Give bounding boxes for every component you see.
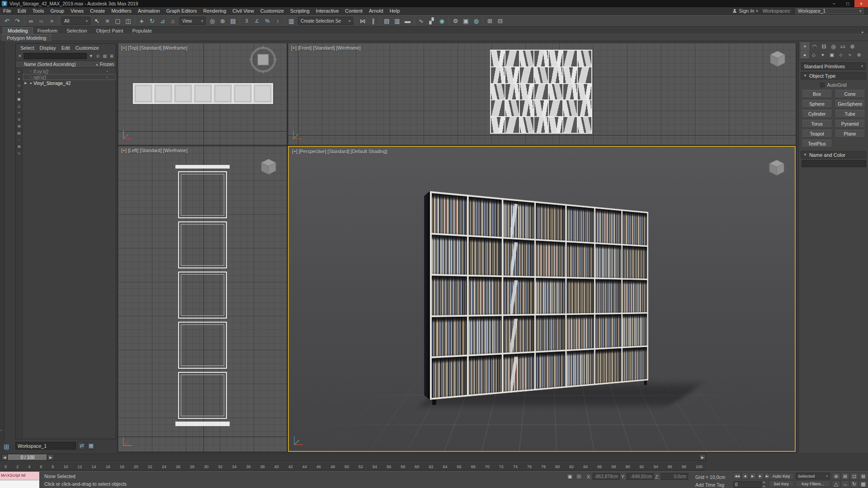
open-explorer-icon[interactable]: ⊞	[485, 16, 495, 26]
viewport-label[interactable]: [+] [Left] [Standard] [Wireframe]	[121, 148, 188, 153]
align-icon[interactable]: ∥	[368, 16, 378, 26]
unlink-selection-icon[interactable]: ∞	[36, 16, 47, 26]
object-type-button[interactable]: Teapot	[802, 130, 832, 138]
explorer-row[interactable]: ◌ njb'x() ▪	[23, 74, 116, 80]
filter-helpers-icon[interactable]: △	[16, 103, 22, 109]
schematic-view-icon[interactable]: ▞	[426, 16, 437, 26]
object-type-rollout-header[interactable]: ▼ Object Type	[801, 72, 866, 80]
object-type-button[interactable]: Cylinder	[802, 110, 832, 118]
tab-motion[interactable]: ◎	[829, 42, 838, 50]
collapse-arrow-icon[interactable]: ‹	[0, 428, 2, 432]
filter-lights-icon[interactable]: ✦	[16, 89, 22, 96]
menu-item[interactable]: Civil View	[229, 8, 257, 14]
current-frame-field[interactable]	[733, 481, 761, 488]
filter-dropdown-icon[interactable]: ▼	[88, 54, 94, 58]
prev-frame-button[interactable]: ◀	[741, 473, 749, 479]
viewport-top[interactable]: [+] [Top] [Standard] [Wireframe]	[118, 43, 287, 145]
object-type-button[interactable]: Sphere	[802, 100, 832, 108]
ribbon-tab[interactable]: Populate	[127, 28, 156, 34]
menu-item[interactable]: Create	[87, 8, 108, 14]
tab-create[interactable]: +	[801, 42, 809, 50]
rendered-frame-icon[interactable]: ▣	[461, 16, 471, 26]
ribbon-toggle-icon[interactable]: ▬	[402, 16, 413, 26]
row-expander-icon[interactable]: ▶	[24, 81, 28, 85]
object-type-button[interactable]: Torus	[802, 120, 832, 128]
object-type-button[interactable]: TextPlus	[802, 140, 832, 148]
zoom-icon[interactable]: ⊕	[832, 473, 840, 480]
ribbon-tab[interactable]: Freeform	[33, 28, 62, 34]
menu-item[interactable]: Tools	[29, 8, 47, 14]
explorer-menu-item[interactable]: Display	[38, 45, 58, 51]
select-manipulate-icon[interactable]: ⊕	[217, 16, 228, 26]
filter-geometry-icon[interactable]: ●	[16, 75, 22, 82]
render-setup-icon[interactable]: ⚙	[450, 16, 461, 26]
category-cameras[interactable]: ▣	[828, 51, 836, 58]
select-link-icon[interactable]: ∞	[26, 16, 36, 26]
menu-item[interactable]: Rendering	[200, 8, 230, 14]
ref-coord-dropdown[interactable]: View▾	[179, 17, 206, 25]
viewport-label[interactable]: [+] [Top] [Standard] [Wireframe]	[121, 45, 187, 51]
select-scale-icon[interactable]: ⊿	[157, 16, 168, 26]
render-production-icon[interactable]: ◍	[471, 16, 481, 26]
zoom-region-icon[interactable]: ⊠	[859, 473, 868, 480]
layer-explorer-toggle-icon[interactable]: ▥	[392, 16, 402, 26]
select-place-icon[interactable]: ⌂	[168, 16, 178, 26]
next-frame-arrow[interactable]: ▶	[47, 454, 54, 460]
redo-icon[interactable]: ↷	[12, 16, 23, 26]
workspace-input[interactable]	[15, 442, 76, 450]
set-key-button[interactable]: Set Key	[769, 480, 794, 487]
filter-hidden-icon[interactable]: ∿	[16, 150, 22, 157]
menu-item[interactable]: Graph Editors	[163, 8, 200, 14]
object-type-button[interactable]: GeoSphere	[835, 100, 865, 108]
zoom-extents-icon[interactable]: ⊡	[850, 473, 859, 480]
select-object-icon[interactable]: ↖	[92, 16, 102, 26]
category-spacewarps[interactable]: ≈	[846, 51, 854, 58]
ribbon-tab[interactable]: Modeling	[3, 27, 33, 34]
menu-item[interactable]: Arnold	[366, 8, 387, 14]
lock-icon[interactable]: ⊙	[95, 54, 100, 58]
ribbon-tab[interactable]: Selection	[62, 28, 91, 34]
autogrid-checkbox[interactable]	[820, 83, 825, 87]
workspace-dropdown[interactable]: Workspace_1 ▾	[796, 8, 863, 14]
use-pivot-center-icon[interactable]: ◎	[207, 16, 217, 26]
slider-end-arrow[interactable]: ▶	[699, 454, 706, 460]
explorer-settings-icon[interactable]: ⊞	[109, 54, 114, 58]
mirror-icon[interactable]: ⋈	[358, 16, 368, 26]
explorer-menu-item[interactable]: Customize	[73, 45, 101, 51]
column-chooser-icon[interactable]: ▤	[102, 54, 108, 58]
maximize-button[interactable]: □	[841, 0, 854, 7]
undo-icon[interactable]: ↶	[2, 16, 12, 26]
fov-icon[interactable]: △	[832, 480, 840, 488]
category-systems[interactable]: ⊛	[855, 51, 863, 58]
menu-item[interactable]: Modifiers	[108, 8, 135, 14]
window-crossing-icon[interactable]: ◫	[123, 16, 133, 26]
orbit-icon[interactable]: ↻	[850, 480, 859, 488]
play-button[interactable]: ▶	[749, 473, 756, 479]
filter-cameras-icon[interactable]: ▣	[16, 96, 22, 103]
close-button[interactable]: ×	[854, 0, 868, 7]
angle-snap-icon[interactable]: ∠	[252, 16, 262, 26]
ribbon-minimize-icon[interactable]: ▴	[861, 29, 863, 34]
filter-shapes-icon[interactable]: ◇	[16, 82, 22, 89]
tab-utilities[interactable]: ⊚	[848, 42, 857, 50]
menu-item[interactable]: Edit	[14, 8, 29, 14]
spin-down-icon[interactable]: ▼	[762, 484, 766, 488]
menu-item[interactable]: Customize	[257, 8, 287, 14]
next-frame-button[interactable]: ▶	[757, 473, 764, 479]
keyboard-override-icon[interactable]: ▤	[228, 16, 238, 26]
select-by-name-icon[interactable]: ≡	[102, 16, 113, 26]
filter-materials-icon[interactable]: ◌	[16, 136, 22, 143]
category-lights[interactable]: ✦	[819, 51, 827, 58]
object-name-input[interactable]	[802, 160, 866, 167]
y-coordinate-field[interactable]	[627, 473, 654, 480]
edit-named-sets-icon[interactable]: ▥	[286, 16, 297, 26]
object-type-button[interactable]: Tube	[835, 110, 865, 118]
tab-hierarchy[interactable]: ⊟	[820, 42, 828, 50]
time-slider-handle[interactable]: 0 / 100	[8, 455, 47, 460]
explorer-menu-item[interactable]: Select	[18, 45, 37, 51]
scene-explorer-toggle-icon[interactable]: ▤	[382, 16, 392, 26]
viewport-left[interactable]: [+] [Left] [Standard] [Wireframe]	[118, 146, 287, 452]
filter-bones-icon[interactable]: ⊞	[16, 123, 22, 130]
tab-display[interactable]: ▭	[839, 42, 847, 50]
menu-item[interactable]: Content	[342, 8, 366, 14]
